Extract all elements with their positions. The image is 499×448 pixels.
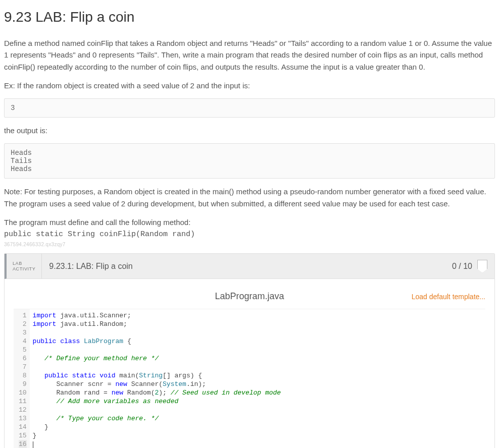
line-number: 13 (19, 414, 27, 423)
line-number: 1 (19, 311, 27, 320)
line-number: 12 (19, 406, 27, 414)
intro-text: Define a method named coinFlip that take… (4, 37, 495, 73)
code-line[interactable]: Random rand = new Random(2); // Seed use… (33, 388, 281, 397)
line-number: 7 (19, 363, 27, 371)
code-line[interactable]: // Add more variables as needed (33, 397, 281, 406)
code-line[interactable]: } (33, 431, 281, 440)
lab-badge-line1: LAB (13, 261, 35, 266)
code-lines[interactable]: import java.util.Scanner;import java.uti… (30, 309, 281, 448)
method-lead: The program must define and call the fol… (4, 216, 495, 228)
lab-header: LAB ACTIVITY 9.23.1: LAB: Flip a coin 0 … (5, 254, 494, 279)
line-number: 9 (19, 380, 27, 388)
meta-id: 367594.2466332.qx3zqy7 (4, 242, 495, 247)
lab-badge: LAB ACTIVITY (7, 254, 42, 278)
lab-score: 0 / 10 (452, 254, 494, 278)
line-number: 8 (19, 371, 27, 380)
code-line[interactable]: Scanner scnr = new Scanner(System.in); (33, 380, 281, 388)
line-number: 4 (19, 337, 27, 346)
code-line[interactable] (33, 363, 281, 371)
output-lead: the output is: (4, 125, 495, 136)
code-line[interactable] (33, 346, 281, 354)
line-number: 10 (19, 388, 27, 397)
lab-score-text: 0 / 10 (452, 262, 472, 271)
note-text: Note: For testing purposes, a Random obj… (4, 186, 495, 209)
line-number: 2 (19, 320, 27, 328)
page-title: 9.23 LAB: Flip a coin (4, 9, 495, 25)
load-default-template-link[interactable]: Load default template... (412, 293, 485, 301)
lab-title: 9.23.1: LAB: Flip a coin (42, 254, 139, 278)
lab-activity-panel: LAB ACTIVITY 9.23.1: LAB: Flip a coin 0 … (4, 253, 495, 448)
example-output-box: Heads Tails Heads (4, 143, 495, 179)
line-number: 5 (19, 346, 27, 354)
code-line[interactable]: } (33, 423, 281, 431)
code-line[interactable] (33, 328, 281, 337)
line-number: 3 (19, 328, 27, 337)
code-line[interactable] (33, 406, 281, 414)
code-line[interactable]: /* Type your code here. */ (33, 414, 281, 423)
code-line[interactable]: public class LabProgram { (33, 337, 281, 346)
code-line[interactable]: import java.util.Scanner; (33, 311, 281, 320)
line-gutter: 12345678910111213141516 (14, 309, 30, 448)
line-number: 11 (19, 397, 27, 406)
line-number: 15 (19, 431, 27, 440)
code-line[interactable]: import java.util.Random; (33, 320, 281, 328)
lab-badge-line2: ACTIVITY (13, 266, 35, 272)
example-input-box: 3 (4, 98, 495, 118)
chevron-down-icon[interactable] (477, 260, 487, 273)
line-number: 16 (19, 440, 27, 448)
code-editor[interactable]: 12345678910111213141516 import java.util… (14, 309, 485, 448)
line-number: 14 (19, 423, 27, 431)
line-number: 6 (19, 354, 27, 363)
editor-area: LabProgram.java Load default template...… (5, 279, 494, 448)
method-signature: public static String coinFlip(Random ran… (4, 230, 495, 239)
file-bar: LabProgram.java Load default template... (14, 288, 485, 309)
example-lead: Ex: If the random object is created with… (4, 80, 495, 91)
code-line[interactable]: public static void main(String[] args) { (33, 371, 281, 380)
code-line[interactable] (33, 440, 281, 448)
text-cursor (33, 441, 33, 448)
code-line[interactable]: /* Define your method here */ (33, 354, 281, 363)
file-name: LabProgram.java (215, 291, 284, 302)
